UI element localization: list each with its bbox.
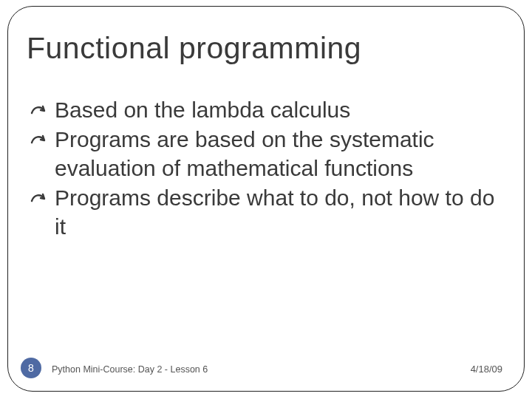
bullet-curl-arrow-icon [30,188,50,208]
bullet-curl-arrow-icon [30,130,50,149]
slide: Functional programming Based on the lamb… [0,0,532,399]
slide-title: Functional programming [27,31,361,66]
bullet-text: Programs describe what to do, not how to… [55,185,494,238]
bullet-text: Programs are based on the systematic eva… [55,127,434,180]
bullet-text: Based on the lambda calculus [55,98,350,122]
footer-course: Python Mini-Course: Day 2 - Lesson 6 [52,364,208,375]
list-item: Based on the lambda calculus [30,96,502,124]
list-item: Programs are based on the systematic eva… [30,126,502,183]
slide-body: Based on the lambda calculus Programs ar… [30,96,502,242]
bullet-curl-arrow-icon [30,100,50,120]
list-item: Programs describe what to do, not how to… [30,184,502,241]
page-number-badge: 8 [21,358,41,378]
footer-date: 4/18/09 [471,364,502,375]
